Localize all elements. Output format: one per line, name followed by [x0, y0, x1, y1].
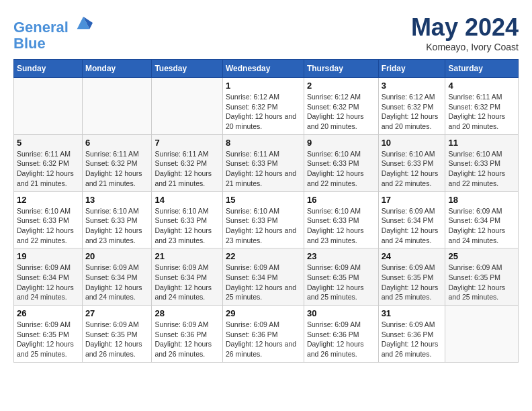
day-number: 22	[226, 251, 301, 261]
weekday-header: Thursday	[304, 60, 378, 78]
calendar-table: SundayMondayTuesdayWednesdayThursdayFrid…	[13, 59, 519, 363]
weekday-header: Monday	[82, 60, 152, 78]
day-number: 6	[85, 138, 149, 148]
day-number: 20	[85, 251, 149, 261]
calendar-cell: 17Sunrise: 6:09 AM Sunset: 6:34 PM Dayli…	[378, 191, 445, 248]
calendar-cell: 11Sunrise: 6:10 AM Sunset: 6:33 PM Dayli…	[445, 134, 519, 191]
day-info: Sunrise: 6:12 AM Sunset: 6:32 PM Dayligh…	[226, 92, 301, 132]
day-info: Sunrise: 6:09 AM Sunset: 6:36 PM Dayligh…	[382, 320, 443, 359]
calendar-cell: 29Sunrise: 6:09 AM Sunset: 6:36 PM Dayli…	[222, 306, 304, 363]
day-number: 3	[382, 81, 443, 91]
day-number: 23	[307, 251, 375, 261]
calendar-week-row: 5Sunrise: 6:11 AM Sunset: 6:32 PM Daylig…	[14, 134, 519, 191]
calendar-cell: 21Sunrise: 6:09 AM Sunset: 6:34 PM Dayli…	[152, 248, 223, 306]
logo-text: General	[13, 13, 93, 36]
day-info: Sunrise: 6:09 AM Sunset: 6:35 PM Dayligh…	[448, 263, 515, 302]
day-info: Sunrise: 6:09 AM Sunset: 6:35 PM Dayligh…	[17, 320, 79, 359]
day-number: 30	[307, 308, 375, 318]
calendar-cell: 25Sunrise: 6:09 AM Sunset: 6:35 PM Dayli…	[445, 248, 519, 306]
logo-blue: Blue	[13, 36, 93, 52]
day-info: Sunrise: 6:09 AM Sunset: 6:34 PM Dayligh…	[85, 263, 149, 302]
page-header: General Blue May 2024 Komeayo, Ivory Coa…	[13, 13, 519, 52]
day-info: Sunrise: 6:12 AM Sunset: 6:32 PM Dayligh…	[382, 92, 443, 132]
calendar-week-row: 19Sunrise: 6:09 AM Sunset: 6:34 PM Dayli…	[14, 248, 519, 306]
day-info: Sunrise: 6:11 AM Sunset: 6:32 PM Dayligh…	[85, 149, 149, 189]
day-info: Sunrise: 6:09 AM Sunset: 6:34 PM Dayligh…	[382, 206, 443, 246]
calendar-cell: 26Sunrise: 6:09 AM Sunset: 6:35 PM Dayli…	[14, 306, 83, 363]
day-info: Sunrise: 6:09 AM Sunset: 6:35 PM Dayligh…	[307, 263, 375, 302]
calendar-cell: 18Sunrise: 6:09 AM Sunset: 6:34 PM Dayli…	[445, 191, 519, 248]
calendar-week-row: 26Sunrise: 6:09 AM Sunset: 6:35 PM Dayli…	[14, 306, 519, 363]
day-info: Sunrise: 6:09 AM Sunset: 6:36 PM Dayligh…	[154, 320, 220, 359]
calendar-cell: 3Sunrise: 6:12 AM Sunset: 6:32 PM Daylig…	[378, 78, 445, 135]
calendar-cell: 16Sunrise: 6:10 AM Sunset: 6:33 PM Dayli…	[304, 191, 378, 248]
calendar-cell	[82, 78, 152, 135]
day-info: Sunrise: 6:09 AM Sunset: 6:34 PM Dayligh…	[154, 263, 220, 302]
logo-icon	[74, 13, 93, 32]
calendar-cell	[152, 78, 223, 135]
day-info: Sunrise: 6:10 AM Sunset: 6:33 PM Dayligh…	[17, 206, 79, 246]
calendar-cell: 4Sunrise: 6:11 AM Sunset: 6:32 PM Daylig…	[445, 78, 519, 135]
calendar-week-row: 12Sunrise: 6:10 AM Sunset: 6:33 PM Dayli…	[14, 191, 519, 248]
weekday-header: Sunday	[14, 60, 83, 78]
day-number: 28	[154, 308, 220, 318]
calendar-cell: 7Sunrise: 6:11 AM Sunset: 6:32 PM Daylig…	[152, 134, 223, 191]
day-number: 13	[85, 195, 149, 205]
day-number: 27	[85, 308, 149, 318]
day-number: 5	[17, 138, 79, 148]
calendar-cell: 13Sunrise: 6:10 AM Sunset: 6:33 PM Dayli…	[82, 191, 152, 248]
day-number: 29	[226, 308, 301, 318]
day-number: 31	[382, 308, 443, 318]
day-number: 9	[307, 138, 375, 148]
calendar-cell: 14Sunrise: 6:10 AM Sunset: 6:33 PM Dayli…	[152, 191, 223, 248]
calendar-cell: 8Sunrise: 6:11 AM Sunset: 6:33 PM Daylig…	[222, 134, 304, 191]
calendar-cell	[14, 78, 83, 135]
calendar-cell: 1Sunrise: 6:12 AM Sunset: 6:32 PM Daylig…	[222, 78, 304, 135]
calendar-cell: 19Sunrise: 6:09 AM Sunset: 6:34 PM Dayli…	[14, 248, 83, 306]
day-number: 8	[226, 138, 301, 148]
day-number: 21	[154, 251, 220, 261]
day-number: 16	[307, 195, 375, 205]
calendar-cell: 5Sunrise: 6:11 AM Sunset: 6:32 PM Daylig…	[14, 134, 83, 191]
calendar-cell: 22Sunrise: 6:09 AM Sunset: 6:34 PM Dayli…	[222, 248, 304, 306]
calendar-cell: 24Sunrise: 6:09 AM Sunset: 6:35 PM Dayli…	[378, 248, 445, 306]
weekday-header: Friday	[378, 60, 445, 78]
day-info: Sunrise: 6:11 AM Sunset: 6:32 PM Dayligh…	[448, 92, 515, 132]
calendar-cell: 12Sunrise: 6:10 AM Sunset: 6:33 PM Dayli…	[14, 191, 83, 248]
day-number: 2	[307, 81, 375, 91]
day-number: 11	[448, 138, 515, 148]
day-number: 17	[382, 195, 443, 205]
calendar-cell: 23Sunrise: 6:09 AM Sunset: 6:35 PM Dayli…	[304, 248, 378, 306]
day-number: 12	[17, 195, 79, 205]
calendar-cell: 9Sunrise: 6:10 AM Sunset: 6:33 PM Daylig…	[304, 134, 378, 191]
month-title: May 2024	[411, 13, 519, 42]
calendar-cell: 27Sunrise: 6:09 AM Sunset: 6:35 PM Dayli…	[82, 306, 152, 363]
day-info: Sunrise: 6:10 AM Sunset: 6:33 PM Dayligh…	[154, 206, 220, 246]
day-number: 1	[226, 81, 301, 91]
day-info: Sunrise: 6:12 AM Sunset: 6:32 PM Dayligh…	[307, 92, 375, 132]
day-info: Sunrise: 6:09 AM Sunset: 6:36 PM Dayligh…	[226, 320, 301, 359]
weekday-header-row: SundayMondayTuesdayWednesdayThursdayFrid…	[14, 60, 519, 78]
weekday-header: Tuesday	[152, 60, 223, 78]
day-info: Sunrise: 6:10 AM Sunset: 6:33 PM Dayligh…	[85, 206, 149, 246]
day-info: Sunrise: 6:09 AM Sunset: 6:36 PM Dayligh…	[307, 320, 375, 359]
day-info: Sunrise: 6:10 AM Sunset: 6:33 PM Dayligh…	[307, 206, 375, 246]
day-info: Sunrise: 6:09 AM Sunset: 6:34 PM Dayligh…	[226, 263, 301, 302]
day-info: Sunrise: 6:09 AM Sunset: 6:35 PM Dayligh…	[85, 320, 149, 359]
day-info: Sunrise: 6:11 AM Sunset: 6:32 PM Dayligh…	[154, 149, 220, 189]
location: Komeayo, Ivory Coast	[411, 42, 519, 52]
day-number: 26	[17, 308, 79, 318]
day-info: Sunrise: 6:09 AM Sunset: 6:34 PM Dayligh…	[17, 263, 79, 302]
weekday-header: Wednesday	[222, 60, 304, 78]
day-number: 19	[17, 251, 79, 261]
calendar-cell: 15Sunrise: 6:10 AM Sunset: 6:33 PM Dayli…	[222, 191, 304, 248]
calendar-week-row: 1Sunrise: 6:12 AM Sunset: 6:32 PM Daylig…	[14, 78, 519, 135]
logo: General Blue	[13, 13, 93, 52]
day-number: 15	[226, 195, 301, 205]
day-info: Sunrise: 6:10 AM Sunset: 6:33 PM Dayligh…	[307, 149, 375, 189]
calendar-cell: 6Sunrise: 6:11 AM Sunset: 6:32 PM Daylig…	[82, 134, 152, 191]
day-number: 25	[448, 251, 515, 261]
day-info: Sunrise: 6:10 AM Sunset: 6:33 PM Dayligh…	[226, 206, 301, 246]
day-info: Sunrise: 6:10 AM Sunset: 6:33 PM Dayligh…	[448, 149, 515, 189]
day-info: Sunrise: 6:09 AM Sunset: 6:35 PM Dayligh…	[382, 263, 443, 302]
